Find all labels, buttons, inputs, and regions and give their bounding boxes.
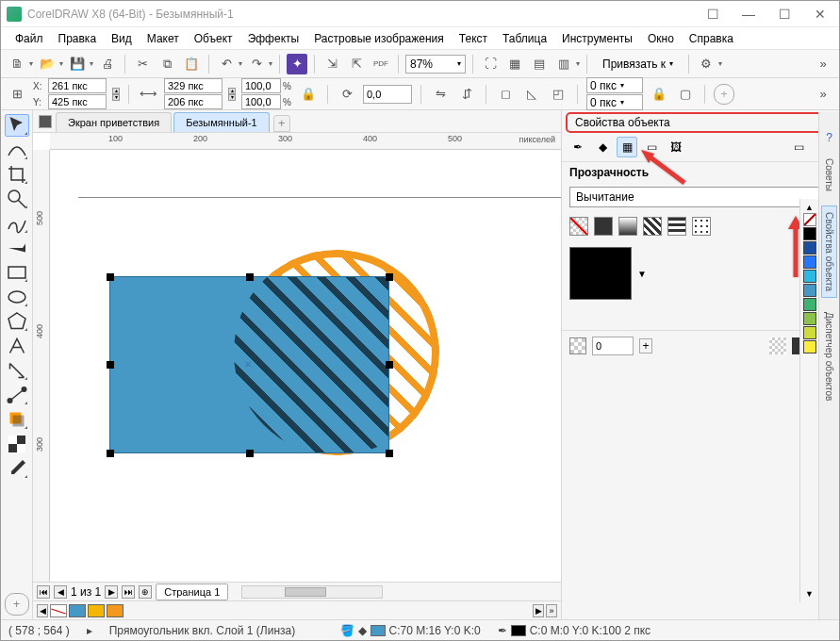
drawing-canvas[interactable]: ✕	[50, 150, 561, 582]
width-input[interactable]	[164, 78, 222, 93]
doc-swatch-2[interactable]	[88, 604, 105, 617]
pattern-transparency-1[interactable]	[643, 217, 662, 236]
menu-help[interactable]: Справка	[683, 29, 740, 48]
show-rulers-button[interactable]: ▦	[504, 54, 525, 74]
menu-window[interactable]: Окно	[641, 29, 681, 48]
ellipse-tool[interactable]	[5, 286, 29, 308]
scale-y-input[interactable]	[241, 94, 281, 109]
selection-handle-bl[interactable]	[107, 450, 114, 457]
page-first-button[interactable]: ⏮	[37, 585, 50, 599]
mirror-v-button[interactable]: ⇵	[456, 84, 477, 105]
hints-icon[interactable]: ?	[826, 131, 832, 144]
vertical-ruler[interactable]: 500 400 300	[33, 150, 50, 582]
text-tool[interactable]	[5, 335, 29, 357]
transparency-value-input[interactable]	[592, 337, 634, 355]
save-dropdown[interactable]: ▾	[90, 59, 93, 68]
maximize-button[interactable]: ☐	[771, 5, 798, 24]
page-prev-button[interactable]: ◀	[54, 585, 67, 599]
tab-welcome[interactable]: Экран приветствия	[56, 112, 172, 132]
selection-center[interactable]: ✕	[244, 359, 254, 369]
menu-object[interactable]: Объект	[188, 29, 239, 48]
y-input[interactable]	[48, 94, 107, 109]
options-dropdown[interactable]: ▾	[718, 59, 722, 68]
page-add-button[interactable]: ⊕	[139, 585, 152, 599]
search-content-button[interactable]: ✦	[287, 54, 307, 74]
pattern-transparency-3[interactable]	[692, 217, 711, 236]
redo-button[interactable]: ↷	[246, 54, 267, 74]
lock-corners-button[interactable]: 🔒	[649, 84, 669, 105]
cut-button[interactable]: ✂	[132, 54, 153, 74]
save-button[interactable]: 💾	[67, 54, 88, 74]
artistic-media-tool[interactable]	[5, 237, 29, 259]
mirror-h-button[interactable]: ⇋	[430, 84, 451, 105]
export-button[interactable]: ⇱	[346, 54, 367, 74]
rectangle-tool[interactable]	[5, 261, 29, 284]
eyedropper-tool[interactable]	[5, 457, 29, 480]
no-color-swatch[interactable]	[50, 604, 67, 617]
vswatch-3[interactable]	[803, 270, 816, 283]
rotation-input[interactable]	[363, 85, 412, 104]
no-transparency-button[interactable]	[569, 217, 588, 236]
relative-corner-button[interactable]: ▢	[675, 84, 696, 105]
drop-shadow-tool[interactable]	[5, 408, 29, 431]
corner-shape-1[interactable]: ◻	[495, 84, 516, 105]
connector-tool[interactable]	[5, 384, 29, 406]
menu-file[interactable]: Файл	[8, 29, 50, 48]
import-button[interactable]: ⇲	[321, 54, 342, 74]
open-dropdown[interactable]: ▾	[59, 59, 63, 68]
publish-pdf-button[interactable]: PDF	[371, 54, 391, 74]
swatch-dropdown[interactable]: ▼	[637, 269, 647, 279]
snap-to-dropdown[interactable]: Привязать к▾	[594, 55, 682, 74]
palette-prev-button[interactable]: ◀	[37, 604, 48, 617]
menu-tools[interactable]: Инструменты	[555, 29, 639, 48]
transparency-color-swatch[interactable]	[569, 247, 632, 300]
selection-handle-bm[interactable]	[246, 450, 254, 457]
copy-button[interactable]: ⧉	[156, 54, 177, 74]
doc-swatch-3[interactable]	[107, 604, 124, 617]
outline-indicator[interactable]: ✒C:0 M:0 Y:0 K:100 2 пкс	[498, 624, 651, 637]
options-button[interactable]: ⚙	[696, 54, 716, 74]
selection-handle-br[interactable]	[386, 450, 393, 457]
menu-view[interactable]: Вид	[105, 29, 139, 48]
vswatch-1[interactable]	[803, 241, 816, 255]
corner-radius-1[interactable]: 0 пкс▾	[586, 77, 643, 93]
vswatch-8[interactable]	[803, 340, 816, 353]
vtab-hints[interactable]: Советы	[821, 152, 837, 198]
minimize-button[interactable]: —	[735, 5, 762, 24]
open-button[interactable]: 📂	[37, 54, 58, 74]
crop-tool[interactable]	[5, 163, 29, 186]
zoom-tool[interactable]	[5, 188, 29, 210]
lock-ratio-button[interactable]: 🔒	[298, 84, 319, 105]
new-button[interactable]: 🗎	[7, 54, 27, 74]
menu-text[interactable]: Текст	[453, 29, 494, 48]
tab-document[interactable]: Безымянный-1	[173, 112, 270, 132]
show-grid-button[interactable]: ▤	[529, 54, 550, 74]
vtab-object-manager[interactable]: Диспетчер объектов	[821, 305, 837, 407]
corner-shape-3[interactable]: ◰	[548, 84, 568, 105]
doc-swatch-1[interactable]	[69, 604, 86, 617]
vswatch-black[interactable]	[803, 227, 816, 240]
new-dropdown[interactable]: ▾	[29, 59, 33, 68]
guides-dropdown[interactable]: ▾	[576, 59, 580, 68]
selection-handle-tm[interactable]	[246, 273, 254, 281]
docker-view-1[interactable]: ▭	[788, 137, 809, 157]
vswatch-2[interactable]	[803, 255, 816, 269]
quick-customize-button[interactable]: +	[5, 593, 29, 616]
selection-handle-tr[interactable]	[386, 273, 393, 281]
outline-tab-icon[interactable]: ✒	[568, 137, 588, 157]
transparency-stepper[interactable]: +	[639, 338, 652, 353]
uniform-transparency-button[interactable]	[594, 217, 613, 236]
fountain-transparency-button[interactable]	[618, 217, 637, 236]
fill-indicator[interactable]: 🪣 ◆C:70 M:16 Y:0 K:0	[340, 624, 481, 637]
print-button[interactable]: 🖨	[97, 54, 118, 74]
page-last-button[interactable]: ⏭	[122, 585, 135, 599]
zoom-combo[interactable]: 87%▾	[405, 55, 466, 74]
shape-tool[interactable]	[5, 139, 29, 161]
corner-radius-2[interactable]: 0 пкс▾	[586, 94, 643, 110]
undo-dropdown[interactable]: ▾	[239, 59, 242, 68]
vpalette-none[interactable]	[803, 213, 816, 226]
transparency-tab-icon[interactable]: ▦	[617, 137, 637, 157]
polygon-tool[interactable]	[5, 310, 29, 333]
palette-down-button[interactable]: ▼	[805, 589, 814, 599]
selection-handle-tl[interactable]	[107, 273, 114, 281]
